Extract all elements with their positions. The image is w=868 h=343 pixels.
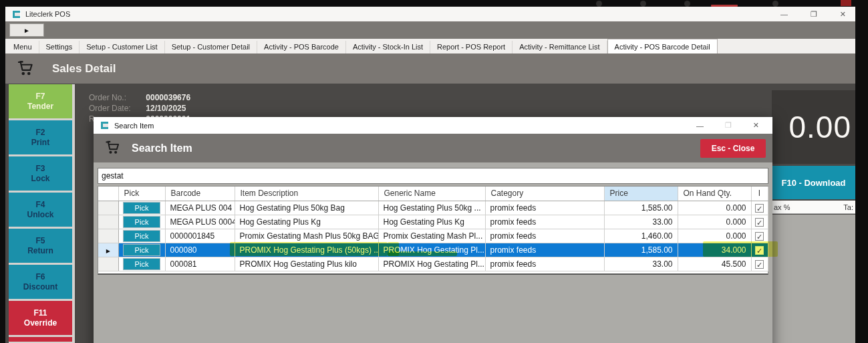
barcode-cell[interactable]: MEGA PLUS 0004: [165, 215, 235, 229]
minimize-button[interactable]: —: [780, 10, 788, 18]
inventory-checkbox[interactable]: ✓: [755, 218, 764, 227]
f4-unlock-button[interactable]: F4Unlock: [9, 193, 72, 227]
pick-button[interactable]: Pick: [123, 216, 160, 228]
generic-name-cell[interactable]: PROMIX Hog Gestating Pl...: [378, 243, 485, 257]
f2-print-button[interactable]: F2Print: [9, 120, 72, 154]
item-description-cell[interactable]: PROMIX Hog Gestating Plus kilo: [235, 257, 378, 271]
item-row[interactable]: PickMEGA PLUS 0004Hog Gestating Plus KgH…: [98, 215, 768, 229]
tab-activity-pos-barcode-detail[interactable]: Activity - POS Barcode Detail: [607, 39, 718, 53]
liteclerk-logo-icon: [100, 121, 109, 130]
generic-name-cell[interactable]: Hog Gestating Plus 50kg ...: [378, 201, 485, 215]
category-cell[interactable]: promix feeds: [485, 229, 604, 243]
on-hand-qty-cell[interactable]: 34.000: [678, 243, 751, 257]
row-selector-cell[interactable]: [98, 215, 118, 229]
fbtn-label: Override: [24, 318, 57, 328]
restore-button[interactable]: ❐: [811, 10, 817, 19]
pick-button[interactable]: Pick: [123, 230, 160, 242]
inventory-checkbox[interactable]: ✓: [755, 232, 764, 241]
tab-setup-customer-list[interactable]: Setup - Customer List: [80, 41, 164, 53]
f10-download-button[interactable]: F10 - Download: [772, 166, 855, 199]
row-selector-cell[interactable]: [98, 201, 118, 215]
row-selector-cell[interactable]: [98, 229, 118, 243]
play-button[interactable]: ►: [9, 23, 44, 37]
item-description-cell[interactable]: Promix Gestating Mash Plus 50kg BAG: [235, 229, 378, 243]
item-description-cell[interactable]: Hog Gestating Plus Kg: [235, 215, 378, 229]
fbtn-label: Tender: [27, 102, 53, 112]
f5-return-button[interactable]: F5Return: [9, 229, 72, 263]
pick-button[interactable]: Pick: [123, 244, 160, 256]
column-header-On Hand Qty.[interactable]: On Hand Qty.: [678, 187, 751, 201]
column-header-Barcode[interactable]: Barcode: [165, 187, 235, 201]
barcode-cell[interactable]: 000080: [165, 243, 235, 257]
category-cell[interactable]: promix feeds: [485, 243, 604, 257]
price-cell[interactable]: 33.00: [604, 215, 678, 229]
search-item-dialog: Search Item — ❐ ✕ Search Item Esc - Clos…: [94, 117, 772, 343]
total-display-panel: 0.00: [772, 90, 855, 164]
tab-setup-customer-detail[interactable]: Setup - Customer Detail: [165, 41, 257, 53]
dialog-maximize-button[interactable]: ❐: [725, 121, 732, 130]
esc-close-button[interactable]: Esc - Close: [700, 139, 766, 158]
tax-header: Ta:: [843, 203, 853, 211]
item-row[interactable]: PickMEGA PLUS 004Hog Gestating Plus 50kg…: [98, 201, 768, 215]
barcode-cell[interactable]: MEGA PLUS 004: [165, 201, 235, 215]
inventory-checkbox[interactable]: ✓: [755, 246, 764, 255]
on-hand-qty-cell[interactable]: 0.000: [678, 201, 751, 215]
price-cell[interactable]: 1,585.00: [604, 243, 678, 257]
generic-name-cell[interactable]: Hog Gestating Plus Kg: [378, 215, 485, 229]
column-header-Pick[interactable]: Pick: [118, 187, 165, 201]
f11-override-button[interactable]: F11Override: [9, 301, 72, 335]
tab-report-pos-report[interactable]: Report - POS Report: [430, 41, 513, 53]
item-row[interactable]: Pick0000001845Promix Gestating Mash Plus…: [98, 229, 768, 243]
price-cell[interactable]: 1,460.00: [604, 229, 678, 243]
taskbar-icon: [640, 1, 646, 7]
screen-right-black-edge: [855, 7, 868, 343]
price-cell[interactable]: 1,585.00: [604, 201, 678, 215]
item-row[interactable]: ▶Pick000080PROMIX Hog Gestating Plus (50…: [98, 243, 768, 257]
inventory-checkbox[interactable]: ✓: [755, 204, 764, 213]
tab-menu[interactable]: Menu: [7, 41, 39, 53]
column-header-Category[interactable]: Category: [485, 187, 604, 201]
pick-button[interactable]: Pick: [123, 258, 160, 270]
f3-lock-button[interactable]: F3Lock: [9, 156, 72, 191]
window-title: Liteclerk POS: [25, 10, 70, 18]
inventory-checkbox[interactable]: ✓: [755, 260, 764, 269]
barcode-cell[interactable]: 000081: [165, 257, 235, 271]
generic-name-cell[interactable]: Promix Gestating Mash Pl...: [378, 229, 485, 243]
row-selector-cell[interactable]: ▶: [98, 243, 118, 257]
pick-button[interactable]: Pick: [123, 202, 160, 214]
price-cell[interactable]: 33.00: [604, 257, 678, 271]
fkey-label: F2: [35, 128, 45, 138]
category-cell[interactable]: promix feeds: [485, 201, 604, 215]
f7-tender-button[interactable]: F7Tender: [9, 84, 72, 118]
column-header-Generic Name[interactable]: Generic Name: [378, 187, 485, 201]
fbtn-label: Return: [27, 246, 53, 256]
inventory-checkbox-cell: ✓: [751, 229, 768, 243]
column-header-I[interactable]: I: [751, 187, 768, 201]
dialog-minimize-button[interactable]: —: [696, 122, 704, 130]
item-search-input[interactable]: [98, 168, 768, 184]
tab-activity-pos-barcode[interactable]: Activity - POS Barcode: [257, 41, 346, 53]
item-description-cell[interactable]: PROMIX Hog Gestating Plus (50kgs) ...: [235, 243, 378, 257]
current-row-arrow-icon: ▶: [106, 248, 110, 254]
close-button[interactable]: ✕: [840, 10, 846, 19]
on-hand-qty-cell[interactable]: 0.000: [678, 215, 751, 229]
tab-settings[interactable]: Settings: [39, 41, 80, 53]
dialog-close-button[interactable]: ✕: [753, 121, 759, 130]
clipped-function-button[interactable]: [9, 337, 72, 342]
on-hand-qty-cell[interactable]: 0.000: [678, 229, 751, 243]
barcode-cell[interactable]: 0000001845: [165, 229, 235, 243]
generic-name-cell[interactable]: PROMIX Hog Gestating Pl...: [378, 257, 485, 271]
category-cell[interactable]: promix feeds: [485, 257, 604, 271]
tab-activity-stock-in-list[interactable]: Activity - Stock-In List: [346, 41, 430, 53]
on-hand-qty-cell[interactable]: 45.500: [678, 257, 751, 271]
item-description-cell[interactable]: Hog Gestating Plus 50kg Bag: [235, 201, 378, 215]
tab-activity-remittance-list[interactable]: Activity - Remittance List: [513, 41, 607, 53]
column-header-Price[interactable]: Price: [604, 187, 678, 201]
category-cell[interactable]: promix feeds: [485, 215, 604, 229]
item-row[interactable]: Pick000081PROMIX Hog Gestating Plus kilo…: [98, 257, 768, 271]
f6-discount-button[interactable]: F6Discount: [9, 265, 72, 299]
column-header-Item Description[interactable]: Item Description: [235, 187, 378, 201]
order-no-label: Order No.:: [89, 93, 144, 102]
row-selector-cell[interactable]: [98, 257, 118, 271]
function-button-column: F7TenderF2PrintF3LockF4UnlockF5ReturnF6D…: [9, 84, 75, 343]
